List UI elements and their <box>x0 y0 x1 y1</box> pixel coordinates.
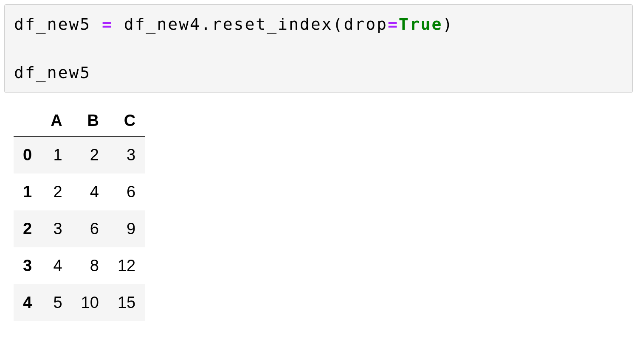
code-operator: = <box>102 15 113 34</box>
row-index: 2 <box>14 210 41 247</box>
row-index: 1 <box>14 174 41 210</box>
table-cell: 3 <box>41 210 71 247</box>
table-row: 0 1 2 3 <box>14 136 145 174</box>
column-header: A <box>41 106 71 136</box>
code-text: df_new4 <box>113 15 201 34</box>
table-row: 4 5 10 15 <box>14 284 145 321</box>
table-cell: 3 <box>108 136 145 174</box>
table-cell: 2 <box>41 174 71 210</box>
code-text: ) <box>443 15 454 34</box>
code-dot: . <box>201 15 212 34</box>
code-keyword: True <box>399 15 443 34</box>
table-cell: 5 <box>41 284 71 321</box>
row-index: 0 <box>14 136 41 174</box>
code-text: df_new5 <box>14 15 102 34</box>
code-text: df_new5 <box>14 63 91 82</box>
code-operator: = <box>388 15 399 34</box>
table-cell: 4 <box>72 174 108 210</box>
table-cell: 8 <box>72 247 108 284</box>
table-cell: 4 <box>41 247 71 284</box>
code-input-cell[interactable]: df_new5 = df_new4.reset_index(drop=True)… <box>4 4 633 93</box>
code-text: reset_index(drop <box>212 15 388 34</box>
table-cell: 6 <box>72 210 108 247</box>
table-cell: 6 <box>108 174 145 210</box>
row-index: 4 <box>14 284 41 321</box>
table-row: 1 2 4 6 <box>14 174 145 210</box>
index-header-blank <box>14 106 41 136</box>
dataframe-output: A B C 0 1 2 3 1 2 4 6 2 3 6 9 3 4 8 12 <box>14 106 145 321</box>
table-cell: 9 <box>108 210 145 247</box>
column-header: B <box>72 106 108 136</box>
table-row: 2 3 6 9 <box>14 210 145 247</box>
table-cell: 10 <box>72 284 108 321</box>
table-row: 3 4 8 12 <box>14 247 145 284</box>
table-cell: 1 <box>41 136 71 174</box>
table-cell: 2 <box>72 136 108 174</box>
table-header-row: A B C <box>14 106 145 136</box>
table-cell: 12 <box>108 247 145 284</box>
column-header: C <box>108 106 145 136</box>
row-index: 3 <box>14 247 41 284</box>
table-cell: 15 <box>108 284 145 321</box>
